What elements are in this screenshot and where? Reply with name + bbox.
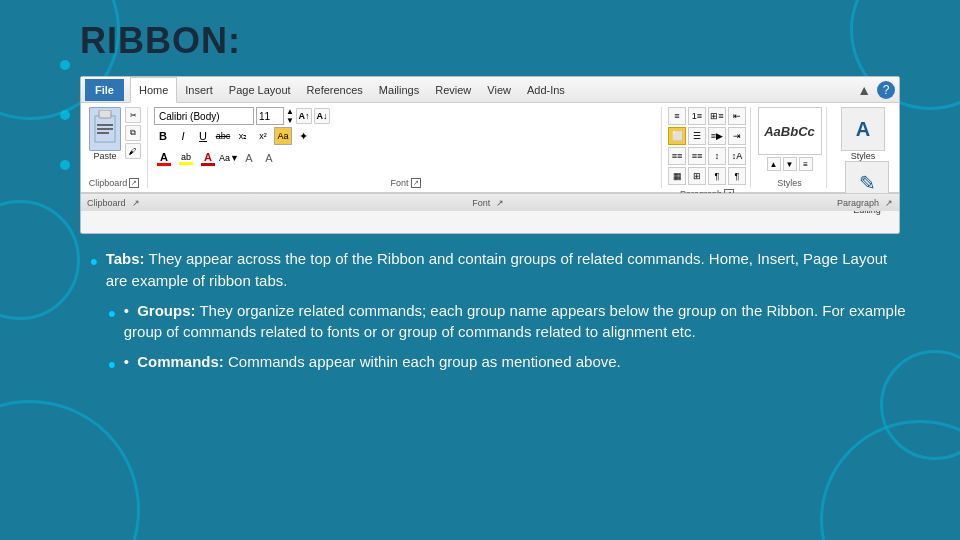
tab-page-layout[interactable]: Page Layout <box>221 77 299 103</box>
font-dialog-launcher[interactable]: ↗ <box>496 198 504 208</box>
bullet-item-commands: • • Commands: Commands appear within eac… <box>108 351 910 381</box>
subscript-button[interactable]: x₂ <box>234 127 252 145</box>
increase-font-button[interactable]: A↑ <box>296 108 312 124</box>
tab-mailings[interactable]: Mailings <box>371 77 427 103</box>
change-case-button[interactable]: Aa <box>274 127 292 145</box>
paste-button[interactable]: Paste <box>87 107 123 161</box>
paragraph-group: ≡ 1≡ ⊞≡ ⇤ ⬜ ☰ ≡▶ ⇥ ≡≡ ≡≡ ↕ ↕A ▦ ⊞ <box>668 107 751 188</box>
font-extra-button[interactable]: A <box>240 149 258 167</box>
clipboard-group-content: Paste ✂ ⧉ 🖌 <box>87 107 141 176</box>
file-tab-button[interactable]: File <box>85 79 124 101</box>
increase-indent-button[interactable]: ⇥ <box>728 127 746 145</box>
tab-home[interactable]: Home <box>130 77 177 103</box>
svg-rect-3 <box>97 128 113 130</box>
styles-nav-buttons: ▲ ▼ ≡ <box>767 157 813 171</box>
borders-button[interactable]: ⊞ <box>688 167 706 185</box>
ribbon-image: File Home Insert Page Layout References … <box>80 76 900 234</box>
bullet-dot-3: • <box>108 349 116 381</box>
styles-expand[interactable]: ≡ <box>799 157 813 171</box>
highlight-color-button[interactable]: ab <box>176 152 196 165</box>
bullet-text-tabs: Tabs: They appear across the top of the … <box>106 248 910 292</box>
bold-button[interactable]: B <box>154 127 172 145</box>
ribbon-bottom-bar: Clipboard ↗ Font ↗ Paragraph ↗ <box>81 193 899 211</box>
styles-preview[interactable]: AaBbCc <box>758 107 822 155</box>
paste-icon <box>89 107 121 151</box>
font-color-button[interactable]: A <box>154 151 174 166</box>
clipboard-label: Clipboard ↗ <box>87 176 141 188</box>
bullet-item-tabs: • Tabs: They appear across the top of th… <box>90 248 910 292</box>
bullet-dot-2: • <box>108 298 116 330</box>
ribbon-scroll-button[interactable]: ▲ <box>853 82 875 98</box>
bullet-content: • Tabs: They appear across the top of th… <box>80 248 920 381</box>
align-left-button[interactable]: ⬜ <box>668 127 686 145</box>
paragraph-dialog-launcher[interactable]: ↗ <box>885 198 893 208</box>
ribbon-toolbar: Paste ✂ ⧉ 🖌 Clipboard ↗ <box>81 103 899 193</box>
align-right-button[interactable]: ≡▶ <box>708 127 726 145</box>
copy-button[interactable]: ⧉ <box>125 125 141 141</box>
cut-button[interactable]: ✂ <box>125 107 141 123</box>
tab-insert[interactable]: Insert <box>177 77 221 103</box>
show-hide-button[interactable]: ¶ <box>708 167 726 185</box>
decrease-font-button[interactable]: A↓ <box>314 108 330 124</box>
font-size-spinner[interactable]: ▲▼ <box>286 107 294 125</box>
superscript-button[interactable]: x² <box>254 127 272 145</box>
paragraph-icons: ≡ 1≡ ⊞≡ ⇤ ⬜ ☰ ≡▶ ⇥ ≡≡ ≡≡ ↕ ↕A ▦ ⊞ <box>668 107 746 185</box>
tabs-label: Tabs: <box>106 250 145 267</box>
font-name-row: Calibri (Body) 11 ▲▼ A↑ A↓ <box>154 107 657 125</box>
strikethrough-button[interactable]: abc <box>214 127 232 145</box>
styles-scroll-down[interactable]: ▼ <box>783 157 797 171</box>
bullet-text-groups: • Groups: They organize related commands… <box>124 300 910 344</box>
font-extra-button2[interactable]: A <box>260 149 278 167</box>
align-center-button[interactable]: ☰ <box>688 127 706 145</box>
editing-buttons: A Styles <box>841 107 885 161</box>
italic-button[interactable]: I <box>174 127 192 145</box>
tab-view[interactable]: View <box>479 77 519 103</box>
clipboard-expand[interactable]: ↗ <box>129 178 139 188</box>
multilevel-list-button[interactable]: ⊞≡ <box>708 107 726 125</box>
font-name-input[interactable]: Calibri (Body) <box>154 107 254 125</box>
clear-format-button[interactable]: ✦ <box>294 127 312 145</box>
show-hide2-button[interactable]: ¶ <box>728 167 746 185</box>
font-section-label: Font ↗ <box>472 198 504 208</box>
align-justify-button[interactable]: ≡≡ <box>668 147 686 165</box>
tab-references[interactable]: References <box>299 77 371 103</box>
bullets-button[interactable]: ≡ <box>668 107 686 125</box>
styles-scroll-up[interactable]: ▲ <box>767 157 781 171</box>
clipboard-small-buttons: ✂ ⧉ 🖌 <box>125 107 141 159</box>
clipboard-group: Paste ✂ ⧉ 🖌 Clipboard ↗ <box>87 107 148 188</box>
ribbon-tabs-bar: File Home Insert Page Layout References … <box>81 77 899 103</box>
font-size-input[interactable]: 11 <box>256 107 284 125</box>
shading-button[interactable]: ▦ <box>668 167 686 185</box>
styles-group: AaBbCc ▲ ▼ ≡ Styles <box>757 107 827 188</box>
format-buttons-row: B I U abc x₂ x² Aa ✦ <box>154 127 657 145</box>
ribbon-simulator: File Home Insert Page Layout References … <box>81 77 899 233</box>
bullet-dot-1: • <box>90 246 98 278</box>
font-group: Calibri (Body) 11 ▲▼ A↑ A↓ B I U abc x₂ <box>154 107 662 188</box>
font-color-button2[interactable]: A <box>198 151 218 166</box>
paragraph-section-label: Paragraph ↗ <box>837 198 893 208</box>
commands-label: Commands: <box>137 353 224 370</box>
clipboard-section-label: Clipboard ↗ <box>87 198 140 208</box>
tab-addins[interactable]: Add-Ins <box>519 77 573 103</box>
svg-rect-1 <box>99 110 111 118</box>
main-content: RIBBON: File Home Insert Page Layout Ref… <box>0 0 960 540</box>
format-painter-button[interactable]: 🖌 <box>125 143 141 159</box>
numbering-button[interactable]: 1≡ <box>688 107 706 125</box>
line-spacing-button[interactable]: ↕ <box>708 147 726 165</box>
font-expand[interactable]: ↗ <box>411 178 421 188</box>
text-effects-button[interactable]: Aa▼ <box>220 149 238 167</box>
page-title: RIBBON: <box>80 20 920 62</box>
font-label: Font ↗ <box>154 176 657 188</box>
editing-group: A Styles ✎ Editing <box>833 107 893 188</box>
tab-review[interactable]: Review <box>427 77 479 103</box>
svg-rect-4 <box>97 132 109 134</box>
decrease-indent-button[interactable]: ⇤ <box>728 107 746 125</box>
align-justify2-button[interactable]: ≡≡ <box>688 147 706 165</box>
font-color-row: A ab A Aa▼ A A <box>154 149 657 167</box>
sort-button[interactable]: ↕A <box>728 147 746 165</box>
underline-button[interactable]: U <box>194 127 212 145</box>
help-button[interactable]: ? <box>877 81 895 99</box>
bullet-text-commands: • Commands: Commands appear within each … <box>124 351 621 373</box>
styles-big-button[interactable]: A Styles <box>841 107 885 161</box>
clipboard-dialog-launcher[interactable]: ↗ <box>132 198 140 208</box>
